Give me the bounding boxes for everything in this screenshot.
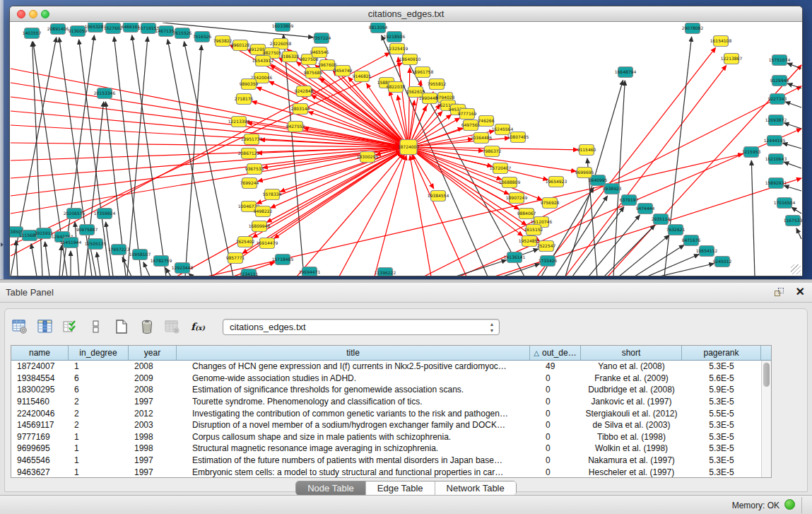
- graph-node[interactable]: 7625402: [236, 237, 255, 247]
- column-header-out_de[interactable]: △out_de…: [530, 346, 581, 360]
- graph-node[interactable]: 16245564: [492, 124, 514, 135]
- function-builder-button[interactable]: f(x): [189, 317, 207, 336]
- graph-node[interactable]: 7516526: [193, 32, 212, 42]
- graph-node[interactable]: 16210643: [765, 154, 787, 165]
- tab-edge-table[interactable]: Edge Table: [366, 481, 435, 495]
- graph-node[interactable]: 16961758: [412, 67, 434, 78]
- graph-node[interactable]: 7632621: [666, 225, 686, 235]
- column-header-name[interactable]: name: [11, 346, 69, 360]
- graph-node[interactable]: 8813054: [369, 23, 388, 33]
- graph-node[interactable]: 16648794: [615, 67, 637, 78]
- graph-node[interactable]: 6497568: [461, 120, 481, 131]
- graph-node[interactable]: 12213394: [228, 117, 250, 127]
- column-header-in_degree[interactable]: in_degree: [69, 346, 129, 360]
- graph-node[interactable]: 14136141: [504, 252, 526, 263]
- graph-node[interactable]: 746266: [478, 116, 495, 127]
- table-settings-button[interactable]: [11, 317, 29, 336]
- graph-node[interactable]: 12213867: [721, 54, 743, 64]
- graph-node[interactable]: 17016504: [774, 198, 796, 209]
- graph-node[interactable]: 9367533: [245, 164, 264, 175]
- delete-table-button[interactable]: [163, 317, 182, 336]
- graph-node[interactable]: 1615152: [524, 225, 543, 235]
- table-row[interactable]: 969969511998Structural magnetic resonanc…: [11, 443, 761, 455]
- graph-node[interactable]: 11396222: [375, 268, 396, 277]
- window-resize-grip[interactable]: [791, 264, 801, 274]
- table-row[interactable]: 1456911722003Disruption of a novel membe…: [11, 419, 761, 431]
- graph-node[interactable]: 10958107: [129, 250, 151, 260]
- graph-node[interactable]: 19654923: [546, 177, 567, 187]
- graph-node[interactable]: 7986372: [483, 146, 502, 157]
- graph-node[interactable]: 15892931: [765, 178, 787, 189]
- graph-node[interactable]: 18640910: [399, 54, 421, 65]
- graph-nodes[interactable]: 1403557208914069136059106532871527602646…: [10, 23, 802, 276]
- column-header-title[interactable]: title: [177, 346, 530, 360]
- graph-node[interactable]: 20153346: [94, 88, 116, 99]
- graph-node[interactable]: 9890359: [240, 79, 259, 90]
- graph-node[interactable]: 8454749: [334, 66, 353, 76]
- graph-node[interactable]: 12444195: [764, 136, 786, 146]
- graph-node[interactable]: 11451944: [60, 238, 82, 248]
- graph-node[interactable]: 29078082: [682, 23, 704, 34]
- graph-node[interactable]: 12325419: [387, 44, 408, 54]
- graph-node[interactable]: 9227343: [768, 94, 787, 105]
- table-row[interactable]: 2242004622012Investigating the contribut…: [11, 407, 761, 419]
- graph-node[interactable]: 8186328: [281, 52, 300, 62]
- graph-node[interactable]: 9242848: [295, 86, 314, 97]
- graph-node[interactable]: 16782759: [151, 256, 172, 267]
- column-header-year[interactable]: year: [129, 346, 177, 360]
- graph-node[interactable]: 3215953: [742, 147, 761, 158]
- graph-node[interactable]: 9474444: [636, 204, 655, 214]
- graph-node[interactable]: 5578334: [263, 189, 282, 200]
- graph-node[interactable]: 7955812: [428, 79, 447, 90]
- graph-node[interactable]: 9245012: [713, 257, 732, 267]
- table-row[interactable]: 1938455462009Genome-wide association stu…: [11, 373, 761, 385]
- graph-node[interactable]: 9777169: [458, 109, 477, 119]
- graph-node[interactable]: 16033809: [272, 23, 294, 32]
- graph-node[interactable]: 20867122: [238, 148, 260, 159]
- tab-network-table[interactable]: Network Table: [435, 481, 516, 495]
- graph-node[interactable]: 9857771: [226, 253, 245, 264]
- graph-node[interactable]: 1403557: [23, 28, 42, 39]
- graph-node[interactable]: 8960128: [231, 40, 250, 51]
- graph-node[interactable]: 20206576: [64, 209, 86, 219]
- graph-node[interactable]: 19218506: [384, 32, 406, 42]
- graph-node[interactable]: 10688809: [499, 177, 521, 188]
- graph-node[interactable]: 7234111: [240, 269, 259, 277]
- graph-node[interactable]: 16543912: [252, 56, 274, 66]
- graph-node[interactable]: 6822037: [387, 82, 406, 93]
- graph-node[interactable]: 15751074: [769, 55, 791, 66]
- graph-node[interactable]: 15720407: [490, 163, 512, 174]
- graph-node[interactable]: 7699244: [240, 178, 259, 189]
- table-scrollbar-thumb[interactable]: [763, 363, 770, 387]
- table-scrollbar[interactable]: [761, 361, 771, 477]
- graph-node[interactable]: 16154108: [710, 36, 732, 47]
- graph-node[interactable]: 3915911: [35, 228, 54, 239]
- network-view-window[interactable]: citations_edges.txt 14035572089140691360…: [9, 6, 803, 276]
- table-row[interactable]: 1830029562008Estimation of significance …: [11, 384, 761, 396]
- graph-node[interactable]: 19694471: [299, 267, 321, 277]
- graph-node[interactable]: 9146821: [353, 71, 372, 82]
- show-columns-button[interactable]: [36, 317, 54, 336]
- graph-node[interactable]: 2935114: [652, 214, 671, 225]
- graph-node[interactable]: 9875685: [304, 68, 323, 78]
- graph-node[interactable]: 12093872: [765, 115, 787, 126]
- graph-node[interactable]: 20364486: [471, 133, 493, 144]
- graph-node[interactable]: 6379197: [620, 195, 639, 206]
- network-window-titlebar[interactable]: citations_edges.txt: [10, 6, 802, 22]
- graph-node[interactable]: 10654112: [696, 246, 718, 257]
- new-table-button[interactable]: [112, 317, 131, 336]
- graph-node[interactable]: 1527602: [104, 23, 123, 34]
- memory-status-indicator[interactable]: [784, 499, 795, 510]
- graph-node[interactable]: 17957223: [108, 245, 130, 255]
- graph-node[interactable]: 2522547: [537, 241, 556, 252]
- graph-node[interactable]: 7963822: [213, 36, 233, 47]
- table-row[interactable]: 911546021997Tourette syndrome. Phenomeno…: [11, 396, 761, 408]
- control-panel-gutter[interactable]: [0, 0, 4, 279]
- graph-node[interactable]: 18907249: [506, 193, 528, 204]
- graph-node[interactable]: 9115460: [577, 145, 596, 156]
- graph-node[interactable]: 19384554: [428, 191, 449, 201]
- row-height-button[interactable]: [87, 317, 105, 336]
- graph-node[interactable]: 13951737: [241, 134, 263, 145]
- graph-node[interactable]: 8427552: [286, 122, 305, 132]
- graph-node[interactable]: 17359924: [94, 209, 116, 219]
